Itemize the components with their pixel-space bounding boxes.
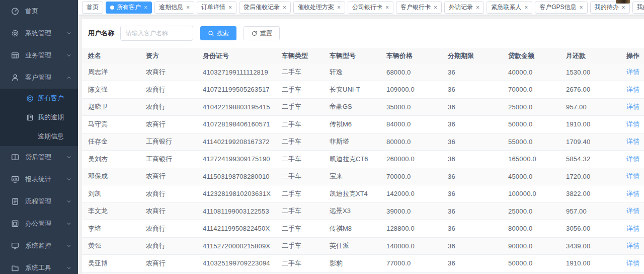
cell-vehicle_price: 142000.0 — [380, 185, 442, 203]
cell-name: 吴亚博 — [82, 255, 140, 272]
table-row: 刘凯农商行41232819810203631X二手车凯迪拉克XT4142000.… — [82, 185, 644, 203]
column-header-5: 车辆价格 — [380, 48, 442, 63]
sidebar-item-label: 报表统计 — [25, 175, 66, 184]
cell-action: 详情 — [620, 151, 644, 168]
detail-link[interactable]: 详情 — [626, 207, 639, 215]
sidebar-item-my-overdue[interactable]: 我的逾期 — [0, 108, 78, 127]
detail-link[interactable]: 详情 — [626, 190, 639, 197]
detail-link[interactable]: 详情 — [626, 242, 639, 249]
cell-name: 李培 — [82, 220, 140, 238]
table-row: 李文龙农商行411081199003122553二手车远景X339000.036… — [82, 202, 644, 220]
detail-link[interactable]: 详情 — [626, 68, 639, 76]
cell-id_number: 41232819810203631X — [197, 185, 276, 203]
table-row: 任存金工商银行411402199208167372二手车菲斯塔80000.036… — [82, 133, 644, 151]
tab-emergency-contact[interactable]: 紧急联系人× — [487, 2, 532, 14]
column-header-3: 车辆类型 — [276, 48, 324, 63]
cell-funder: 农商行 — [140, 185, 197, 203]
cell-id_number: 41152720000215809X — [197, 237, 276, 255]
close-icon[interactable]: × — [434, 5, 437, 11]
close-icon[interactable]: × — [385, 5, 389, 11]
cell-vehicle_model: 帝豪GS — [324, 98, 380, 116]
tab-customer-gps[interactable]: 客户GPS信息× — [535, 2, 587, 14]
cell-vehicle_price: 80000.0 — [380, 133, 442, 151]
detail-link[interactable]: 详情 — [626, 120, 639, 128]
sidebar-item-loan[interactable]: 贷后管理 — [0, 146, 78, 168]
detail-link[interactable]: 详情 — [626, 103, 639, 110]
detail-link[interactable]: 详情 — [626, 86, 639, 93]
cell-loan_amount: 50000.0 — [502, 116, 560, 133]
sidebar-item-tools[interactable]: 系统工具 — [0, 257, 78, 274]
detail-link[interactable]: 详情 — [626, 155, 639, 163]
close-icon[interactable]: × — [337, 5, 341, 11]
cell-action: 详情 — [620, 116, 644, 133]
sidebar-item-business[interactable]: 业务管理 — [0, 44, 78, 66]
cell-action: 详情 — [620, 63, 644, 81]
cell-vehicle_type: 二手车 — [276, 133, 324, 151]
cell-vehicle_model: 菲斯塔 — [324, 133, 380, 151]
close-icon[interactable]: × — [186, 5, 190, 11]
column-header-2: 身份证号 — [197, 48, 276, 63]
close-icon[interactable]: × — [579, 5, 583, 11]
table-icon — [11, 51, 19, 59]
close-icon[interactable]: × — [524, 5, 528, 11]
monitor-icon — [11, 242, 19, 250]
avatar[interactable] — [616, 0, 630, 4]
tab-overdue-info[interactable]: 逾期信息× — [154, 2, 194, 14]
close-icon[interactable]: × — [622, 5, 625, 11]
app-window: 首页系统管理业务管理客户管理所有客户我的逾期逾期信息贷后管理报表统计流程管理办公… — [0, 0, 644, 274]
cell-vehicle_model: 英仕派 — [324, 237, 380, 255]
cell-vehicle_model: 宝来 — [324, 168, 380, 185]
tab-customer-bank-card[interactable]: 客户银行卡× — [396, 2, 442, 14]
office-icon — [11, 220, 19, 228]
tab-home[interactable]: 首页 — [82, 2, 103, 14]
close-icon[interactable]: × — [283, 5, 286, 11]
cell-id_number: 411503198708280010 — [197, 168, 276, 185]
sidebar-item-label: 首页 — [25, 7, 72, 16]
cell-vehicle_type: 二手车 — [276, 202, 324, 220]
table-row: 吴亚博农商行410325199709223094二手车影豹77000.03650… — [82, 255, 644, 272]
sidebar-item-system[interactable]: 系统管理 — [0, 22, 78, 44]
close-icon[interactable]: × — [228, 5, 232, 11]
search-field-label: 用户名称 — [88, 29, 114, 38]
search-input[interactable] — [120, 26, 193, 41]
cell-vehicle_type: 二手车 — [276, 98, 324, 116]
cell-vehicle_model: 轩逸 — [324, 63, 380, 81]
tab-label: 所有客户 — [117, 3, 141, 12]
cell-funder: 农商行 — [140, 116, 197, 133]
tab-company-bank-card[interactable]: 公司银行卡× — [348, 2, 393, 14]
detail-link[interactable]: 详情 — [626, 225, 639, 232]
close-icon[interactable]: × — [144, 5, 147, 11]
tab-collection-record[interactable]: 贷后催收记录× — [239, 2, 291, 14]
tab-all-customers[interactable]: 所有客户× — [106, 2, 152, 14]
main-area: 首页所有客户×逾期信息×订单详情×贷后催收记录×催收处理方案×公司银行卡×客户银… — [78, 0, 644, 274]
cell-id_number: 410325199709223094 — [197, 255, 276, 272]
sidebar-item-report[interactable]: 报表统计 — [0, 168, 78, 190]
detail-link[interactable]: 详情 — [626, 259, 639, 267]
cell-vehicle_price: 70000.0 — [380, 168, 442, 185]
sidebar-item-label: 逾期信息 — [38, 132, 64, 141]
cell-loan_amount: 40000.0 — [502, 63, 560, 81]
tab-my-process[interactable]: 我的流程× — [632, 2, 644, 14]
sidebar-item-home[interactable]: 首页 — [0, 0, 78, 22]
search-button[interactable]: 搜索 — [200, 26, 236, 40]
sidebar-item-overdue-info[interactable]: 逾期信息 — [0, 127, 78, 146]
sidebar-item-office[interactable]: 办公管理 — [0, 213, 78, 235]
table-row: 周志洋农商行410327199111112819二手车轩逸68000.03640… — [82, 63, 644, 81]
detail-link[interactable]: 详情 — [626, 138, 639, 145]
sidebar-item-process[interactable]: 流程管理 — [0, 190, 78, 213]
sidebar-item-customer[interactable]: 客户管理 — [0, 66, 78, 89]
sidebar-item-label: 贷后管理 — [25, 153, 66, 162]
content-area: 用户名称 搜索 重置 — [78, 15, 644, 274]
cell-action: 详情 — [620, 202, 644, 220]
tab-visit-record[interactable]: 外访记录× — [444, 2, 484, 14]
tab-collection-plan[interactable]: 催收处理方案× — [293, 2, 345, 14]
close-icon[interactable]: × — [476, 5, 479, 11]
sidebar-item-monitor[interactable]: 系统监控 — [0, 235, 78, 257]
cell-loan_amount: 90000.0 — [502, 237, 560, 255]
tab-order-detail[interactable]: 订单详情× — [197, 2, 236, 14]
detail-link[interactable]: 详情 — [626, 172, 639, 180]
tab-label: 公司银行卡 — [352, 3, 382, 12]
reset-button[interactable]: 重置 — [244, 26, 280, 40]
sidebar-item-all-customers[interactable]: 所有客户 — [0, 89, 78, 108]
folder-icon — [11, 264, 19, 272]
